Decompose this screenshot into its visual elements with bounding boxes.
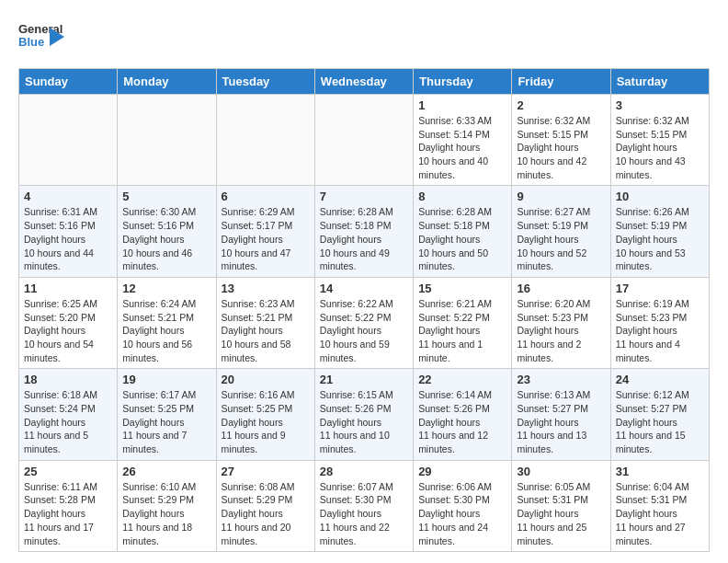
day-info: Sunrise: 6:30 AM Sunset: 5:16 PM Dayligh… [122, 205, 210, 272]
calendar-day-cell: 23 Sunrise: 6:13 AM Sunset: 5:27 PM Dayl… [512, 369, 610, 460]
day-number: 25 [24, 465, 112, 478]
calendar-weekday-header: Tuesday [216, 69, 314, 95]
day-info: Sunrise: 6:18 AM Sunset: 5:24 PM Dayligh… [24, 388, 112, 455]
calendar-week-row: 11 Sunrise: 6:25 AM Sunset: 5:20 PM Dayl… [19, 277, 710, 368]
calendar-weekday-header: Sunday [19, 69, 118, 95]
day-number: 21 [320, 373, 408, 386]
page-header: General Blue [18, 18, 710, 59]
day-info: Sunrise: 6:28 AM Sunset: 5:18 PM Dayligh… [418, 205, 506, 272]
calendar-day-cell: 19 Sunrise: 6:17 AM Sunset: 5:25 PM Dayl… [118, 369, 216, 460]
logo: General Blue [18, 18, 64, 59]
day-number: 17 [616, 282, 704, 295]
calendar-day-cell: 12 Sunrise: 6:24 AM Sunset: 5:21 PM Dayl… [118, 277, 216, 368]
calendar-day-cell: 26 Sunrise: 6:10 AM Sunset: 5:29 PM Dayl… [118, 460, 216, 551]
calendar-day-cell: 31 Sunrise: 6:04 AM Sunset: 5:31 PM Dayl… [610, 460, 709, 551]
calendar-day-cell [216, 95, 314, 186]
day-info: Sunrise: 6:15 AM Sunset: 5:26 PM Dayligh… [320, 388, 408, 455]
calendar-day-cell: 30 Sunrise: 6:05 AM Sunset: 5:31 PM Dayl… [512, 460, 610, 551]
calendar-day-cell: 21 Sunrise: 6:15 AM Sunset: 5:26 PM Dayl… [314, 369, 413, 460]
calendar-weekday-header: Monday [118, 69, 216, 95]
day-info: Sunrise: 6:22 AM Sunset: 5:22 PM Dayligh… [320, 297, 408, 364]
day-number: 5 [122, 190, 210, 203]
calendar-day-cell: 11 Sunrise: 6:25 AM Sunset: 5:20 PM Dayl… [19, 277, 118, 368]
calendar-header-row: SundayMondayTuesdayWednesdayThursdayFrid… [19, 69, 710, 95]
day-info: Sunrise: 6:32 AM Sunset: 5:15 PM Dayligh… [517, 114, 605, 181]
calendar-table: SundayMondayTuesdayWednesdayThursdayFrid… [18, 68, 710, 552]
calendar-day-cell: 20 Sunrise: 6:16 AM Sunset: 5:25 PM Dayl… [216, 369, 314, 460]
day-number: 8 [418, 190, 506, 203]
day-info: Sunrise: 6:12 AM Sunset: 5:27 PM Dayligh… [616, 388, 704, 455]
calendar-day-cell [19, 95, 118, 186]
day-number: 16 [517, 282, 605, 295]
day-number: 2 [517, 98, 605, 112]
calendar-day-cell: 13 Sunrise: 6:23 AM Sunset: 5:21 PM Dayl… [216, 277, 314, 368]
day-info: Sunrise: 6:10 AM Sunset: 5:29 PM Dayligh… [122, 480, 210, 547]
calendar-day-cell: 25 Sunrise: 6:11 AM Sunset: 5:28 PM Dayl… [19, 460, 118, 551]
svg-text:Blue: Blue [18, 35, 44, 49]
calendar-weekday-header: Saturday [610, 69, 709, 95]
day-info: Sunrise: 6:24 AM Sunset: 5:21 PM Dayligh… [122, 297, 210, 364]
day-number: 7 [320, 190, 408, 203]
day-number: 18 [24, 373, 112, 386]
calendar-day-cell: 6 Sunrise: 6:29 AM Sunset: 5:17 PM Dayli… [216, 186, 314, 277]
calendar-day-cell: 7 Sunrise: 6:28 AM Sunset: 5:18 PM Dayli… [314, 186, 413, 277]
day-number: 3 [616, 98, 704, 112]
day-number: 20 [222, 373, 310, 386]
day-number: 15 [418, 282, 506, 295]
day-number: 12 [122, 282, 210, 295]
calendar-day-cell: 22 Sunrise: 6:14 AM Sunset: 5:26 PM Dayl… [414, 369, 512, 460]
day-number: 28 [320, 465, 408, 478]
day-number: 23 [517, 373, 605, 386]
calendar-day-cell: 2 Sunrise: 6:32 AM Sunset: 5:15 PM Dayli… [512, 95, 610, 186]
day-info: Sunrise: 6:27 AM Sunset: 5:19 PM Dayligh… [517, 205, 605, 272]
day-info: Sunrise: 6:17 AM Sunset: 5:25 PM Dayligh… [122, 388, 210, 455]
calendar-day-cell: 3 Sunrise: 6:32 AM Sunset: 5:15 PM Dayli… [610, 95, 709, 186]
day-info: Sunrise: 6:06 AM Sunset: 5:30 PM Dayligh… [418, 480, 506, 547]
day-info: Sunrise: 6:08 AM Sunset: 5:29 PM Dayligh… [222, 480, 310, 547]
calendar-day-cell: 10 Sunrise: 6:26 AM Sunset: 5:19 PM Dayl… [610, 186, 709, 277]
calendar-day-cell: 29 Sunrise: 6:06 AM Sunset: 5:30 PM Dayl… [414, 460, 512, 551]
calendar-day-cell: 27 Sunrise: 6:08 AM Sunset: 5:29 PM Dayl… [216, 460, 314, 551]
calendar-week-row: 18 Sunrise: 6:18 AM Sunset: 5:24 PM Dayl… [19, 369, 710, 460]
day-number: 22 [418, 373, 506, 386]
calendar-weekday-header: Wednesday [314, 69, 413, 95]
calendar-week-row: 4 Sunrise: 6:31 AM Sunset: 5:16 PM Dayli… [19, 186, 710, 277]
day-number: 29 [418, 465, 506, 478]
day-info: Sunrise: 6:13 AM Sunset: 5:27 PM Dayligh… [517, 388, 605, 455]
day-number: 10 [616, 190, 704, 203]
day-number: 26 [122, 465, 210, 478]
day-info: Sunrise: 6:16 AM Sunset: 5:25 PM Dayligh… [222, 388, 310, 455]
day-number: 9 [517, 190, 605, 203]
calendar-day-cell: 8 Sunrise: 6:28 AM Sunset: 5:18 PM Dayli… [414, 186, 512, 277]
calendar-weekday-header: Friday [512, 69, 610, 95]
calendar-day-cell [314, 95, 413, 186]
calendar-weekday-header: Thursday [414, 69, 512, 95]
calendar-day-cell: 9 Sunrise: 6:27 AM Sunset: 5:19 PM Dayli… [512, 186, 610, 277]
day-number: 31 [616, 465, 704, 478]
day-info: Sunrise: 6:26 AM Sunset: 5:19 PM Dayligh… [616, 205, 704, 272]
day-number: 14 [320, 282, 408, 295]
calendar-day-cell: 5 Sunrise: 6:30 AM Sunset: 5:16 PM Dayli… [118, 186, 216, 277]
calendar-day-cell: 15 Sunrise: 6:21 AM Sunset: 5:22 PM Dayl… [414, 277, 512, 368]
day-number: 13 [222, 282, 310, 295]
day-number: 27 [222, 465, 310, 478]
day-info: Sunrise: 6:31 AM Sunset: 5:16 PM Dayligh… [24, 205, 112, 272]
day-number: 6 [222, 190, 310, 203]
day-number: 4 [24, 190, 112, 203]
calendar-day-cell: 18 Sunrise: 6:18 AM Sunset: 5:24 PM Dayl… [19, 369, 118, 460]
calendar-day-cell [118, 95, 216, 186]
day-number: 1 [418, 98, 506, 112]
day-number: 11 [24, 282, 112, 295]
calendar-day-cell: 14 Sunrise: 6:22 AM Sunset: 5:22 PM Dayl… [314, 277, 413, 368]
day-info: Sunrise: 6:23 AM Sunset: 5:21 PM Dayligh… [222, 297, 310, 364]
day-info: Sunrise: 6:29 AM Sunset: 5:17 PM Dayligh… [222, 205, 310, 272]
calendar-day-cell: 17 Sunrise: 6:19 AM Sunset: 5:23 PM Dayl… [610, 277, 709, 368]
day-info: Sunrise: 6:19 AM Sunset: 5:23 PM Dayligh… [616, 297, 704, 364]
day-info: Sunrise: 6:25 AM Sunset: 5:20 PM Dayligh… [24, 297, 112, 364]
day-info: Sunrise: 6:32 AM Sunset: 5:15 PM Dayligh… [616, 114, 704, 181]
calendar-body: 1 Sunrise: 6:33 AM Sunset: 5:14 PM Dayli… [19, 95, 710, 552]
day-number: 19 [122, 373, 210, 386]
calendar-day-cell: 16 Sunrise: 6:20 AM Sunset: 5:23 PM Dayl… [512, 277, 610, 368]
day-number: 30 [517, 465, 605, 478]
calendar-day-cell: 1 Sunrise: 6:33 AM Sunset: 5:14 PM Dayli… [414, 95, 512, 186]
